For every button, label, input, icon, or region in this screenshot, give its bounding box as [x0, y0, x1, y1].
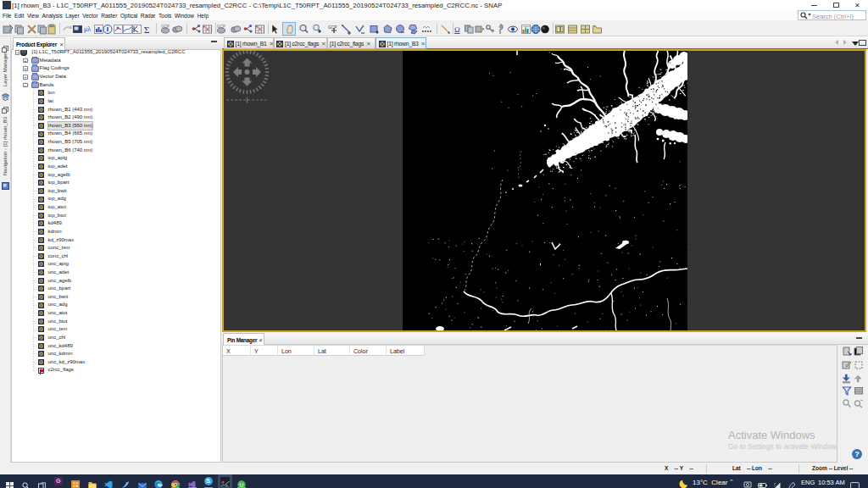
- svg-text:GCP: GCP: [217, 25, 225, 29]
- svg-text:Ω: Ω: [454, 25, 460, 34]
- svg-text:μλ: μλ: [84, 25, 91, 33]
- svg-text:Σ: Σ: [144, 24, 149, 34]
- svg-text:GCP: GCP: [161, 25, 170, 29]
- svg-text:GCP: GCP: [328, 25, 337, 29]
